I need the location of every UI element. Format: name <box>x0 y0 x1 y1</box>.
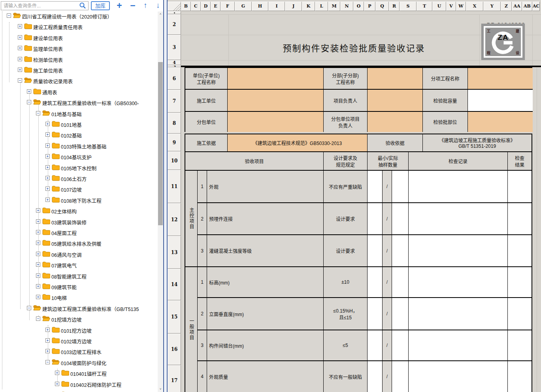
column-header-K[interactable]: K <box>302 2 315 11</box>
select-all-corner-cell[interactable] <box>168 2 181 11</box>
tree-item[interactable]: 0106土石方 <box>0 173 158 184</box>
column-header-Q[interactable]: Q <box>375 2 389 11</box>
sampling-actual-cell[interactable] <box>392 330 409 361</box>
check-record-cell[interactable] <box>409 361 508 392</box>
move-down-button[interactable]: ↓ <box>153 0 163 11</box>
tree-item[interactable]: 0105地下水控制 <box>0 162 158 173</box>
tree-item[interactable]: 通用表 <box>0 86 158 97</box>
input-cell[interactable]: 《建筑边坡工程技术规范》GB50330-2013 <box>228 134 368 151</box>
column-header-D[interactable]: D <box>201 2 211 11</box>
input-cell[interactable] <box>368 90 423 112</box>
tree-item[interactable]: 0104坡面防护与绿化 <box>0 357 158 368</box>
sampling-min-cell[interactable] <box>368 235 383 267</box>
column-header-L[interactable]: L <box>315 2 328 11</box>
move-up-button[interactable]: ↑ <box>141 0 150 11</box>
column-header-F[interactable]: F <box>221 2 235 11</box>
check-result-cell[interactable] <box>508 330 532 361</box>
row-header-10[interactable]: 10 <box>168 151 181 170</box>
tree-scrollbar[interactable]: ˄ ˅ <box>158 11 163 392</box>
check-result-cell[interactable] <box>508 361 532 392</box>
tree-item[interactable]: 建设单位用表 <box>0 32 158 43</box>
row-header-3[interactable]: 3 <box>168 35 181 60</box>
tree-item[interactable]: 0102填方边坡 <box>0 335 158 346</box>
tree-expand-toggle[interactable] <box>45 349 50 353</box>
tree-expand-toggle[interactable] <box>45 143 50 148</box>
row-header-11[interactable]: 11 <box>168 170 181 203</box>
tree-expand-toggle[interactable] <box>18 57 22 61</box>
column-header-AC[interactable]: AC <box>532 2 540 11</box>
tree-item[interactable]: 07建筑电气 <box>0 259 158 270</box>
row-header-2[interactable]: 2 <box>168 14 181 35</box>
column-header-J[interactable]: J <box>285 2 302 11</box>
input-cell[interactable] <box>468 90 533 112</box>
tree-item[interactable]: 建筑边坡工程施工质量验收标准（GB/T5135 <box>0 303 158 314</box>
row-header-4[interactable]: 4 <box>168 60 181 65</box>
tree-collapse-toggle[interactable] <box>18 78 22 83</box>
input-cell[interactable] <box>228 90 324 112</box>
column-header-C[interactable]: C <box>191 2 201 11</box>
tree-item[interactable]: 02主体结构 <box>0 205 158 216</box>
column-header-U[interactable]: U <box>432 2 446 11</box>
tree-item[interactable]: 建设工程质量责任用表 <box>0 21 158 32</box>
input-cell[interactable] <box>468 112 533 132</box>
tree-item[interactable]: 04屋面工程 <box>0 227 158 238</box>
tree-item[interactable]: 质量验收记录用表 <box>0 75 158 86</box>
row-header-8[interactable]: 8 <box>168 113 181 134</box>
sampling-actual-cell[interactable] <box>392 361 409 392</box>
sampling-actual-cell[interactable] <box>392 298 409 330</box>
tree-item[interactable]: 10电梯 <box>0 292 158 303</box>
sampling-min-cell[interactable] <box>368 171 383 203</box>
tree-item[interactable]: 四川省工程建设统一用表（2020修订版） <box>0 11 158 21</box>
check-record-cell[interactable] <box>409 235 508 267</box>
column-header-E[interactable]: E <box>211 2 221 11</box>
tree-item[interactable]: 01地基与基础 <box>0 108 158 119</box>
scrollbar-up-arrow[interactable]: ˄ <box>158 11 163 17</box>
check-record-cell[interactable] <box>409 171 508 203</box>
tree-collapse-toggle[interactable] <box>27 100 31 104</box>
tree-collapse-toggle[interactable] <box>36 317 40 321</box>
panel-splitter[interactable] <box>163 0 168 392</box>
tree-item[interactable]: 0104基坑支护 <box>0 151 158 162</box>
sampling-actual-cell[interactable] <box>392 203 409 235</box>
tree-expand-toggle[interactable] <box>36 295 40 299</box>
column-header-H[interactable]: H <box>252 2 268 11</box>
column-header-G[interactable]: G <box>235 2 252 11</box>
tree-item[interactable]: 0108地下防水工程 <box>0 194 158 205</box>
tree-item[interactable]: 010402石砌体防护工程 <box>0 379 158 390</box>
sampling-min-cell[interactable] <box>368 267 383 298</box>
tree-item[interactable]: 检测单位用表 <box>0 54 158 65</box>
tree-item[interactable]: 0101挖方边坡 <box>0 324 158 335</box>
column-header-AA[interactable]: AA <box>512 2 522 11</box>
add-to-library-button[interactable]: 加库 <box>91 1 110 10</box>
sampling-actual-cell[interactable] <box>392 171 409 203</box>
tree-expand-toggle[interactable] <box>45 154 50 158</box>
input-cell[interactable] <box>368 112 423 132</box>
tree-item[interactable]: 09建筑节能 <box>0 281 158 292</box>
tree-expand-toggle[interactable] <box>45 176 50 180</box>
row-header-9[interactable]: 9 <box>168 134 181 151</box>
column-header-Z[interactable]: Z <box>501 2 512 11</box>
column-header-B[interactable]: B <box>181 2 191 11</box>
input-cell[interactable] <box>228 112 324 132</box>
input-cell[interactable] <box>368 68 423 90</box>
tree-expand-toggle[interactable] <box>55 382 59 386</box>
tree-expand-toggle[interactable] <box>45 328 50 332</box>
tree-item[interactable]: 监理单位用表 <box>0 43 158 54</box>
tree-item[interactable]: 0107边坡 <box>0 183 158 194</box>
tree-item[interactable]: 05建筑给水排水及供暖 <box>0 237 158 249</box>
sampling-actual-cell[interactable] <box>392 235 409 267</box>
tree-item[interactable]: 06通风与空调 <box>0 249 158 260</box>
check-result-cell[interactable] <box>508 203 532 235</box>
tree-expand-toggle[interactable] <box>36 230 40 234</box>
check-record-cell[interactable] <box>409 203 508 235</box>
tree-collapse-toggle[interactable] <box>7 13 11 18</box>
column-header-I[interactable]: I <box>268 2 285 11</box>
tree-item[interactable]: 010403砼面板防护工程 <box>0 389 158 392</box>
tree-expand-toggle[interactable] <box>55 371 59 375</box>
column-header-O[interactable]: O <box>353 2 364 11</box>
tree-expand-toggle[interactable] <box>45 132 50 137</box>
check-result-cell[interactable] <box>508 235 532 267</box>
tree-expand-toggle[interactable] <box>36 219 40 224</box>
check-result-cell[interactable] <box>508 267 532 298</box>
column-header-P[interactable]: P <box>364 2 375 11</box>
